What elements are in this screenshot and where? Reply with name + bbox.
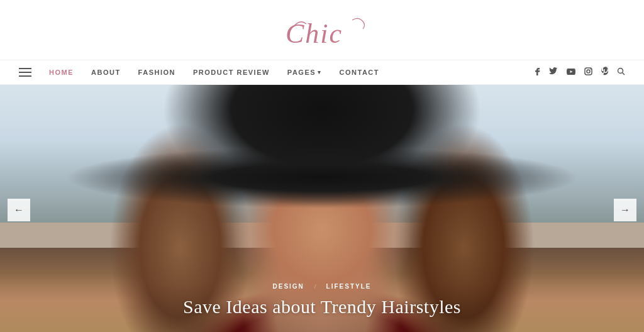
nav-pages[interactable]: PAGES ▾ [287,69,322,76]
site-logo[interactable]: Chic [265,13,379,56]
svg-line-5 [623,72,625,75]
hero-overlay: DESIGN / LIFESTYLE Save Ideas about Tren… [0,283,644,332]
main-nav: HOME ABOUT FASHION PRODUCT REVIEW PAGES … [0,60,644,85]
nav-about[interactable]: ABOUT [91,69,121,76]
hero-tag-lifestyle[interactable]: LIFESTYLE [326,283,372,290]
hero-title: Save Ideas about Trendy Hairstyles [183,296,461,318]
youtube-icon[interactable] [567,67,575,77]
hero-tag-separator: / [314,283,316,290]
page-wrapper: Chic HOME ABOUT FASHION PRODUCT REVIEW P… [0,0,644,332]
hero-section: ← → DESIGN / LIFESTYLE Save Ideas about … [0,85,644,332]
nav-product-review[interactable]: PRODUCT REVIEW [193,69,270,76]
twitter-icon[interactable] [549,67,558,77]
hamburger-menu[interactable] [19,68,31,77]
social-icons [535,67,625,78]
next-slide-button[interactable]: → [614,199,636,221]
svg-point-2 [587,70,590,73]
logo-area: Chic [265,8,379,60]
facebook-icon[interactable] [535,67,540,78]
prev-slide-button[interactable]: ← [8,199,30,221]
nav-contact[interactable]: CONTACT [340,69,379,76]
pinterest-icon[interactable] [601,67,608,78]
svg-text:Chic: Chic [286,18,343,49]
svg-point-4 [618,68,623,73]
nav-links: HOME ABOUT FASHION PRODUCT REVIEW PAGES … [19,68,379,77]
header: Chic HOME ABOUT FASHION PRODUCT REVIEW P… [0,0,644,85]
chevron-down-icon: ▾ [318,69,322,75]
instagram-icon[interactable] [584,67,592,78]
nav-fashion[interactable]: FASHION [138,69,175,76]
svg-point-3 [590,69,591,70]
search-icon[interactable] [617,67,625,78]
nav-home[interactable]: HOME [49,69,74,76]
hero-tags: DESIGN / LIFESTYLE [272,283,371,290]
hero-tag-design[interactable]: DESIGN [272,283,304,290]
